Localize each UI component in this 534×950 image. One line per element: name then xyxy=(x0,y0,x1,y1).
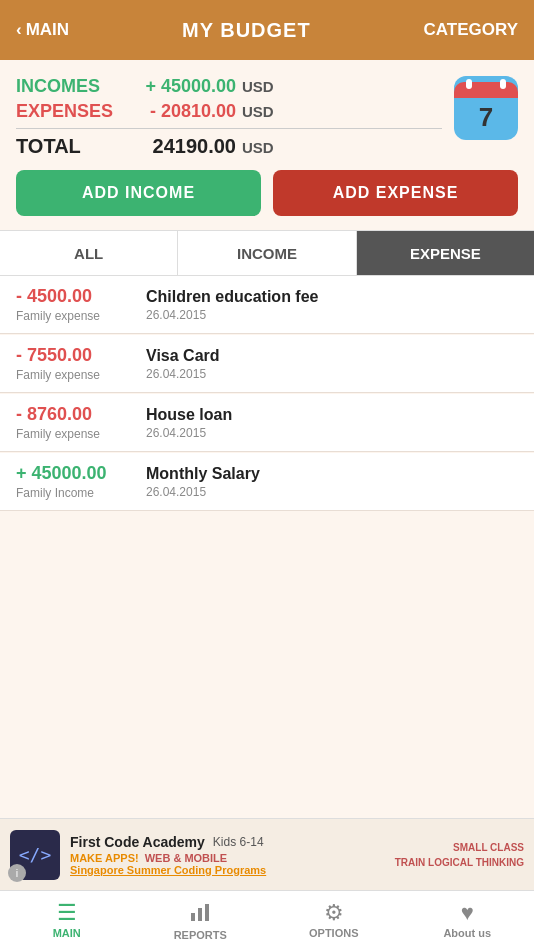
transaction-name: Visa Card xyxy=(146,347,518,365)
nav-options[interactable]: ⚙ OPTIONS xyxy=(267,891,401,950)
svg-rect-2 xyxy=(205,904,209,921)
transaction-category: Family expense xyxy=(16,368,146,382)
transaction-item[interactable]: + 45000.00 Family Income Monthly Salary … xyxy=(0,453,534,511)
nav-about[interactable]: ♥ About us xyxy=(401,891,535,950)
summary-divider xyxy=(16,128,442,129)
transaction-item[interactable]: - 8760.00 Family expense House loan 26.0… xyxy=(0,394,534,452)
transaction-left: + 45000.00 Family Income xyxy=(16,463,146,500)
ad-subtitle: Kids 6-14 xyxy=(213,835,264,849)
svg-rect-0 xyxy=(191,913,195,921)
ad-banner[interactable]: </> First Code Academy Kids 6-14 MAKE AP… xyxy=(0,818,534,890)
ad-info-icon[interactable]: i xyxy=(8,864,26,882)
incomes-amount: + 45000.00 xyxy=(126,76,236,97)
ad-info: First Code Academy Kids 6-14 MAKE APPS! … xyxy=(70,834,385,876)
transaction-item[interactable]: - 4500.00 Family expense Children educat… xyxy=(0,276,534,334)
about-icon: ♥ xyxy=(461,902,474,924)
calendar-day: 7 xyxy=(479,98,493,135)
transaction-date: 26.04.2015 xyxy=(146,308,518,322)
nav-reports[interactable]: REPORTS xyxy=(134,891,268,950)
ad-name: First Code Academy xyxy=(70,834,205,850)
transaction-list: - 4500.00 Family expense Children educat… xyxy=(0,276,534,511)
ad-title-row: First Code Academy Kids 6-14 xyxy=(70,834,385,850)
transaction-name: House loan xyxy=(146,406,518,424)
transaction-date: 26.04.2015 xyxy=(146,426,518,440)
tab-all[interactable]: ALL xyxy=(0,231,178,275)
transaction-category: Family expense xyxy=(16,427,146,441)
transaction-left: - 8760.00 Family expense xyxy=(16,404,146,441)
main-icon: ☰ xyxy=(57,902,77,924)
back-chevron-icon: ‹ xyxy=(16,20,22,40)
ad-description: Singapore Summer Coding Programs xyxy=(70,864,266,876)
app-header: ‹ MAIN MY BUDGET CATEGORY xyxy=(0,0,534,60)
nav-about-label: About us xyxy=(443,927,491,939)
transaction-category: Family Income xyxy=(16,486,146,500)
tab-income[interactable]: INCOME xyxy=(178,231,356,275)
total-amount: 24190.00 xyxy=(126,135,236,158)
transaction-name: Monthly Salary xyxy=(146,465,518,483)
options-icon: ⚙ xyxy=(324,902,344,924)
ad-tag1: MAKE APPS! xyxy=(70,852,139,864)
add-expense-button[interactable]: ADD EXPENSE xyxy=(273,170,518,216)
transaction-date: 26.04.2015 xyxy=(146,485,518,499)
transaction-item[interactable]: - 7550.00 Family expense Visa Card 26.04… xyxy=(0,335,534,393)
nav-reports-label: REPORTS xyxy=(174,929,227,941)
incomes-row: INCOMES + 45000.00 USD xyxy=(16,76,442,97)
ad-tag2: WEB & MOBILE xyxy=(145,852,228,864)
transaction-name: Children education fee xyxy=(146,288,518,306)
expenses-currency: USD xyxy=(242,103,274,120)
calendar-icon-top xyxy=(454,82,518,98)
category-button[interactable]: CATEGORY xyxy=(424,20,518,40)
back-button[interactable]: ‹ MAIN xyxy=(16,20,69,40)
action-buttons: ADD INCOME ADD EXPENSE xyxy=(0,170,534,230)
transaction-amount: - 4500.00 xyxy=(16,286,146,307)
transaction-right: Visa Card 26.04.2015 xyxy=(146,347,518,381)
summary-section: INCOMES + 45000.00 USD EXPENSES - 20810.… xyxy=(0,60,534,170)
ad-right-tags: SMALL CLASS TRAIN LOGICAL THINKING xyxy=(395,840,524,870)
transaction-amount: - 7550.00 xyxy=(16,345,146,366)
nav-main-label: MAIN xyxy=(53,927,81,939)
add-income-button[interactable]: ADD INCOME xyxy=(16,170,261,216)
transaction-left: - 7550.00 Family expense xyxy=(16,345,146,382)
ad-tag4: TRAIN LOGICAL THINKING xyxy=(395,855,524,870)
incomes-currency: USD xyxy=(242,78,274,95)
back-label: MAIN xyxy=(26,20,69,40)
svg-rect-1 xyxy=(198,908,202,921)
transaction-category: Family expense xyxy=(16,309,146,323)
tab-expense[interactable]: EXPENSE xyxy=(357,231,534,275)
calendar-icon[interactable]: 7 xyxy=(454,76,518,140)
total-label: TOTAL xyxy=(16,135,126,158)
total-row: TOTAL 24190.00 USD xyxy=(16,135,442,158)
page-title: MY BUDGET xyxy=(182,19,311,42)
transaction-amount: - 8760.00 xyxy=(16,404,146,425)
tabs-row: ALL INCOME EXPENSE xyxy=(0,230,534,276)
transaction-amount: + 45000.00 xyxy=(16,463,146,484)
expenses-amount: - 20810.00 xyxy=(126,101,236,122)
reports-icon xyxy=(189,901,211,926)
transaction-right: Monthly Salary 26.04.2015 xyxy=(146,465,518,499)
ad-tag3: SMALL CLASS xyxy=(395,840,524,855)
bottom-nav: ☰ MAIN REPORTS ⚙ OPTIONS ♥ About us xyxy=(0,890,534,950)
total-currency: USD xyxy=(242,139,274,156)
transaction-right: House loan 26.04.2015 xyxy=(146,406,518,440)
incomes-label: INCOMES xyxy=(16,76,126,97)
expenses-label: EXPENSES xyxy=(16,101,126,122)
expenses-row: EXPENSES - 20810.00 USD xyxy=(16,101,442,122)
nav-options-label: OPTIONS xyxy=(309,927,359,939)
summary-left: INCOMES + 45000.00 USD EXPENSES - 20810.… xyxy=(16,76,442,158)
transaction-left: - 4500.00 Family expense xyxy=(16,286,146,323)
transaction-right: Children education fee 26.04.2015 xyxy=(146,288,518,322)
transaction-date: 26.04.2015 xyxy=(146,367,518,381)
nav-main[interactable]: ☰ MAIN xyxy=(0,891,134,950)
